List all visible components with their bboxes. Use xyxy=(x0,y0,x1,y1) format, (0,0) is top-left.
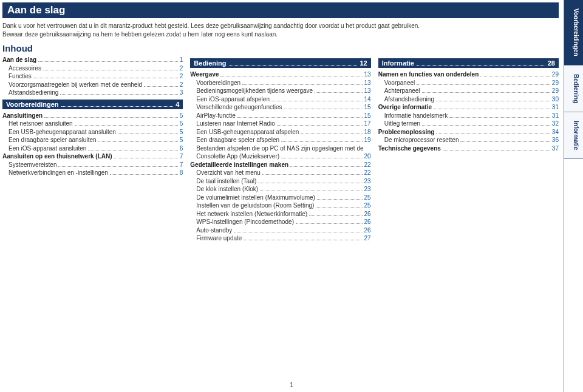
toc-section-label: Voorbereidingen xyxy=(6,101,59,108)
toc-entry-label: Het netwerk instellen (Netwerkinformatie… xyxy=(196,210,307,218)
toc-entry[interactable]: Aansluiten op een thuisnetwerk (LAN)7 xyxy=(2,152,183,161)
toc-entry[interactable]: Het netwerk instellen (Netwerkinformatie… xyxy=(190,210,370,218)
toc-section-page: 12 xyxy=(360,59,367,67)
toc-entry-label: Voorzorgsmaatregelen bij werken met de e… xyxy=(9,81,142,89)
toc-entry[interactable]: Consolette App (Muziekserver)20 xyxy=(190,152,370,161)
toc-leader-dots xyxy=(417,84,550,85)
toc-entry[interactable]: Weergave13 xyxy=(190,70,370,79)
toc-entry-page: 19 xyxy=(364,136,371,144)
toc-entry[interactable]: Een iOS-apparaat afspelen14 xyxy=(190,95,370,104)
toc-section-label: Bediening xyxy=(194,59,226,67)
toc-leader-dots xyxy=(281,158,362,158)
toc-leader-dots xyxy=(290,166,362,167)
toc-entry-label: Luisteren naar Internet Radio xyxy=(196,120,275,128)
toc-entry[interactable]: Voorzorgsmaatregelen bij werken met de e… xyxy=(2,81,183,89)
toc-entry[interactable]: Aan de slag1 xyxy=(2,56,183,64)
toc-entry-label: Firmware update xyxy=(196,234,242,243)
toc-entry[interactable]: Afstandsbediening3 xyxy=(2,89,183,97)
toc-entry[interactable]: Een draagbare speler aansluiten5 xyxy=(2,136,183,144)
toc-entry[interactable]: Netwerkverbindingen en -instellingen8 xyxy=(2,169,183,177)
side-tab[interactable]: Bediening xyxy=(564,66,583,112)
toc-entry-page: 7 xyxy=(180,152,183,161)
toc-leader-dots xyxy=(114,158,178,158)
toc-entry[interactable]: Instellen van de geluidstoon (Room Setti… xyxy=(190,201,370,210)
toc-entry-page: 29 xyxy=(552,70,559,79)
toc-entry-page: 13 xyxy=(364,87,371,95)
toc-entry-label: Een draagbare speler aansluiten xyxy=(9,136,97,144)
toc-entry-label: Systeemvereisten xyxy=(9,161,56,169)
toc-entry[interactable]: Afstandsbediening30 xyxy=(378,95,559,104)
side-tabs: VoorbereidingenBedieningInformatie xyxy=(564,0,583,392)
toc-entry-page: 15 xyxy=(364,112,371,120)
side-tab[interactable]: Informatie xyxy=(564,112,583,159)
toc-entry-continuation: Bestanden afspelen die op PC of NAS zijn… xyxy=(190,144,370,153)
side-tab[interactable]: Voorbereidingen xyxy=(564,0,583,66)
toc-entry-page: 8 xyxy=(180,169,183,177)
toc-entry[interactable]: Achterpaneel29 xyxy=(378,87,559,95)
toc-entry-label: De taal instellen (Taal) xyxy=(196,177,256,186)
toc-entry[interactable]: Informatie handelsmerk31 xyxy=(378,112,559,120)
toc-entry[interactable]: AirPlay-functie15 xyxy=(190,112,370,120)
toc-leader-dots xyxy=(443,150,550,150)
toc-entry[interactable]: Een draagbare speler afspelen19 xyxy=(190,136,370,144)
toc-leader-dots xyxy=(417,65,545,66)
toc-leader-dots xyxy=(60,94,177,95)
toc-entry-label: Een iOS-apparaat afspelen xyxy=(196,95,270,104)
toc-entry[interactable]: Namen en functies van onderdelen29 xyxy=(378,70,559,79)
toc-section-header[interactable]: Informatie28 xyxy=(378,58,559,68)
toc-entry-page: 32 xyxy=(552,120,559,128)
toc-leader-dots xyxy=(88,150,177,150)
toc-leader-dots xyxy=(422,92,550,93)
toc-section-label: Informatie xyxy=(382,59,414,67)
toc-entry[interactable]: Aansluitingen5 xyxy=(2,112,183,120)
toc-entry[interactable]: Uitleg termen32 xyxy=(378,120,559,128)
toc-leader-dots xyxy=(118,133,178,134)
toc-entry-page: 5 xyxy=(180,136,183,144)
toc-entry[interactable]: De klok instellen (Klok)23 xyxy=(190,185,370,194)
toc-entry-page: 15 xyxy=(364,103,371,112)
toc-entry[interactable]: Technische gegevens37 xyxy=(378,144,559,153)
toc-leader-dots xyxy=(75,125,178,126)
toc-entry[interactable]: Het netsnoer aansluiten5 xyxy=(2,120,183,128)
toc-entry[interactable]: Overzicht van het menu22 xyxy=(190,169,370,177)
toc-entry[interactable]: Gedetailleerde instellingen maken22 xyxy=(190,161,370,169)
toc-entry[interactable]: Verschillende geheugenfuncties15 xyxy=(190,103,370,112)
toc-entry-page: 17 xyxy=(364,120,371,128)
toc-entry[interactable]: Accessoires2 xyxy=(2,64,183,73)
toc-entry[interactable]: De volumelimiet instellen (Maximumvolume… xyxy=(190,194,370,202)
toc-entry-page: 29 xyxy=(552,79,559,87)
toc-section-header[interactable]: Voorbereidingen4 xyxy=(2,100,183,109)
toc-entry[interactable]: Overige informatie31 xyxy=(378,103,559,112)
toc-entry[interactable]: WPS-instellingen (Pincodemethode)26 xyxy=(190,218,370,226)
toc-entry-page: 5 xyxy=(180,112,183,120)
toc-leader-dots xyxy=(110,174,178,175)
toc-entry-label: Een draagbare speler afspelen xyxy=(196,136,279,144)
toc-entry[interactable]: Voorbereidingen13 xyxy=(190,79,370,87)
toc-leader-dots xyxy=(234,232,362,232)
toc-section-header[interactable]: Bediening12 xyxy=(190,58,370,68)
toc-entry[interactable]: Systeemvereisten7 xyxy=(2,161,183,169)
main-content: Aan de slag Dank u voor het vertrouwen d… xyxy=(0,0,564,392)
toc-entry[interactable]: De taal instellen (Taal)23 xyxy=(190,177,370,186)
toc-leader-dots xyxy=(436,101,550,101)
toc-entry[interactable]: Een iOS-apparaat aansluiten6 xyxy=(2,144,183,153)
toc-leader-dots xyxy=(284,109,363,109)
toc-entry[interactable]: Firmware update27 xyxy=(190,234,370,243)
toc-entry[interactable]: Bedieningsmogelijkheden tijdens weergave… xyxy=(190,87,370,95)
toc-leader-dots xyxy=(277,125,363,126)
toc-entry[interactable]: Voorpaneel29 xyxy=(378,79,559,87)
toc-entry[interactable]: De microprocessor resetten36 xyxy=(378,136,559,144)
toc-entry[interactable]: Functies2 xyxy=(2,72,183,81)
toc-entry[interactable]: Een USB-geheugenapparaat afspelen18 xyxy=(190,128,370,137)
toc-leader-dots xyxy=(317,199,363,200)
toc-entry[interactable]: Luisteren naar Internet Radio17 xyxy=(190,120,370,128)
toc-entry[interactable]: Probleemoplossing34 xyxy=(378,128,559,137)
toc-entry-label: Functies xyxy=(9,72,32,81)
toc-entry[interactable]: Een USB-geheugenapparaat aansluiten5 xyxy=(2,128,183,137)
toc-columns: Aan de slag1Accessoires2Functies2Voorzor… xyxy=(2,56,559,243)
toc-entry-label: Namen en functies van onderdelen xyxy=(378,70,479,79)
toc-entry-page: 5 xyxy=(180,120,183,128)
toc-entry-page: 7 xyxy=(180,161,183,169)
toc-entry[interactable]: Auto-standby26 xyxy=(190,226,370,235)
toc-entry-page: 22 xyxy=(364,161,371,169)
